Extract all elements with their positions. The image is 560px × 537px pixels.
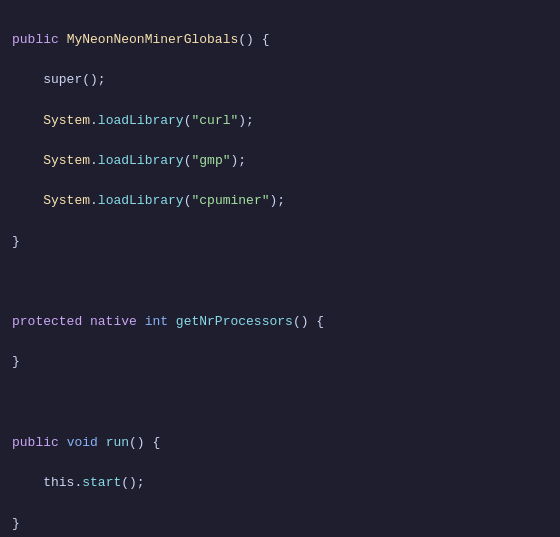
line-13: } — [12, 514, 548, 534]
line-2: super(); — [12, 70, 548, 90]
code-content: public MyNeonNeonMinerGlobals() { super(… — [0, 8, 560, 537]
line-7 — [12, 272, 548, 292]
line-1: public MyNeonNeonMinerGlobals() { — [12, 30, 548, 50]
line-8: protected native int getNrProcessors() { — [12, 312, 548, 332]
line-5: System.loadLibrary("cpuminer"); — [12, 191, 548, 211]
line-10 — [12, 393, 548, 413]
line-3: System.loadLibrary("curl"); — [12, 111, 548, 131]
line-11: public void run() { — [12, 433, 548, 453]
line-9: } — [12, 352, 548, 372]
line-12: this.start(); — [12, 473, 548, 493]
line-4: System.loadLibrary("gmp"); — [12, 151, 548, 171]
line-6: } — [12, 232, 548, 252]
code-editor: public MyNeonNeonMinerGlobals() { super(… — [0, 8, 560, 537]
